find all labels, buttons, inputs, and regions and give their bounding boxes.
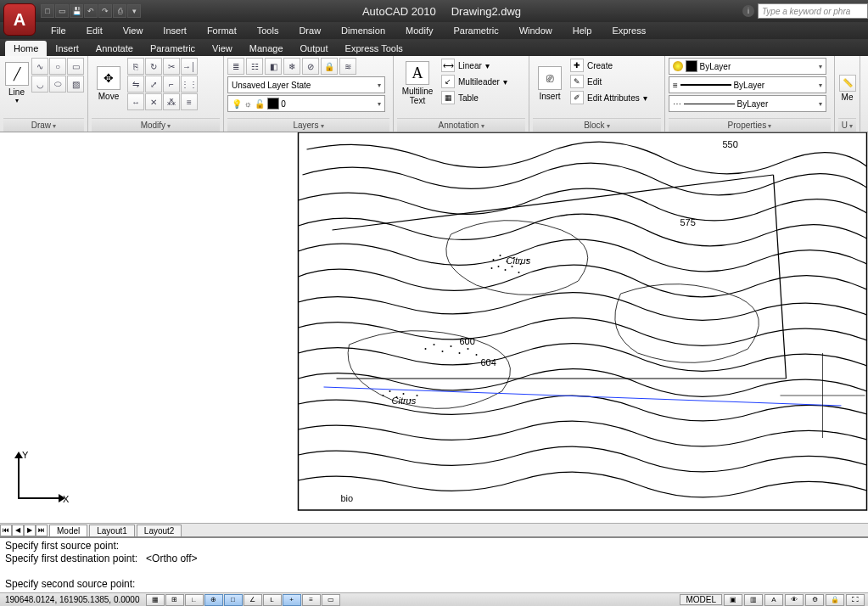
qat-save-icon[interactable]: 💾 <box>70 4 83 18</box>
tab-express-tools[interactable]: Express Tools <box>337 41 412 56</box>
panel-properties-title[interactable]: Properties <box>669 118 831 132</box>
layout-nav-first-icon[interactable]: ⏮ <box>0 525 12 536</box>
line-button[interactable]: ╱ Line ▾ <box>3 58 30 109</box>
layer-properties-icon[interactable]: ≣ <box>227 58 244 75</box>
qat-dropdown-icon[interactable]: ▾ <box>127 4 141 18</box>
osnap-toggle[interactable]: □ <box>224 594 243 606</box>
menu-help[interactable]: Help <box>563 24 602 37</box>
linetype-dropdown[interactable]: ⋯ ByLayer <box>669 95 826 112</box>
panel-modify-title[interactable]: Modify <box>92 118 220 132</box>
qat-print-icon[interactable]: ⎙ <box>113 4 126 18</box>
tab-annotate[interactable]: Annotate <box>87 41 142 56</box>
table-button[interactable]: ▦Table <box>440 90 509 105</box>
tab-parametric[interactable]: Parametric <box>142 41 204 56</box>
qat-new-icon[interactable]: □ <box>41 4 54 18</box>
polyline-icon[interactable]: ∿ <box>31 58 48 75</box>
panel-draw-title[interactable]: Draw <box>3 118 84 132</box>
arc-icon[interactable]: ◡ <box>31 76 48 93</box>
workspace-icon[interactable]: ⚙ <box>805 594 824 606</box>
menu-file[interactable]: File <box>41 24 76 37</box>
menu-edit[interactable]: Edit <box>76 24 113 37</box>
tab-manage[interactable]: Manage <box>241 41 292 56</box>
extend-icon[interactable]: →│ <box>181 58 198 75</box>
rectangle-icon[interactable]: ▭ <box>67 58 84 75</box>
qat-redo-icon[interactable]: ↷ <box>98 4 112 18</box>
mirror-icon[interactable]: ⇋ <box>127 76 144 93</box>
explode-icon[interactable]: ⁂ <box>163 93 180 110</box>
menu-parametric[interactable]: Parametric <box>443 24 508 37</box>
menu-express[interactable]: Express <box>602 24 656 37</box>
fillet-icon[interactable]: ⌐ <box>163 76 180 93</box>
quickview-layouts-icon[interactable]: ▣ <box>724 594 742 606</box>
tab-layout2[interactable]: Layout2 <box>137 525 182 536</box>
panel-utilities-title[interactable]: U <box>838 118 856 132</box>
clean-screen-icon[interactable]: ⛶ <box>846 594 865 606</box>
array-icon[interactable]: ⋮⋮ <box>181 76 198 93</box>
layer-dropdown[interactable]: 💡 ☼ 🔓 0 <box>227 95 385 112</box>
layer-lock-icon[interactable]: 🔒 <box>321 58 338 75</box>
layer-state-dropdown[interactable]: Unsaved Layer State <box>227 76 385 93</box>
annovis-icon[interactable]: 👁 <box>785 594 804 606</box>
drawing-canvas[interactable]: 550 575 600 604 Citrus Citrus bio Y X <box>0 132 868 523</box>
menu-view[interactable]: View <box>113 24 154 37</box>
annoscale-icon[interactable]: A <box>764 594 783 606</box>
layer-freeze-icon[interactable]: ❄ <box>283 58 300 75</box>
menu-draw[interactable]: Draw <box>288 24 331 37</box>
menu-insert[interactable]: Insert <box>153 24 197 37</box>
scale-icon[interactable]: ⤢ <box>145 76 162 93</box>
menu-modify[interactable]: Modify <box>395 24 443 37</box>
block-create-button[interactable]: ✚Create <box>568 58 649 73</box>
erase-icon[interactable]: ✕ <box>145 93 162 110</box>
ducs-toggle[interactable]: L <box>263 594 282 606</box>
mtext-button[interactable]: A Multiline Text <box>397 58 438 109</box>
ortho-toggle[interactable]: ∟ <box>185 594 204 606</box>
layer-states-icon[interactable]: ☷ <box>246 58 263 75</box>
panel-annotation-title[interactable]: Annotation <box>397 118 525 132</box>
lineweight-dropdown[interactable]: ≡ ByLayer <box>669 76 826 93</box>
command-line[interactable]: Specify first source point: Specify firs… <box>0 536 868 592</box>
tab-home[interactable]: Home <box>5 41 47 56</box>
tab-output[interactable]: Output <box>292 41 337 56</box>
search-input[interactable]: Type a keyword or phra <box>758 3 868 19</box>
coordinates-readout[interactable]: 190648.0124, 161905.1385, 0.0000 <box>0 595 145 604</box>
model-space-toggle[interactable]: MODEL <box>680 594 722 605</box>
menu-window[interactable]: Window <box>509 24 563 37</box>
layer-iso-icon[interactable]: ◧ <box>265 58 282 75</box>
layout-nav-last-icon[interactable]: ⏭ <box>36 525 48 536</box>
multileader-button[interactable]: ↙Multileader ▾ <box>440 74 509 89</box>
polar-toggle[interactable]: ⊕ <box>204 594 223 606</box>
block-editattr-button[interactable]: ✐Edit Attributes ▾ <box>568 90 649 105</box>
tab-model[interactable]: Model <box>49 525 87 536</box>
offset-icon[interactable]: ≡ <box>181 93 198 110</box>
line-dropdown-icon[interactable]: ▾ <box>15 97 19 104</box>
hatch-icon[interactable]: ▨ <box>67 76 84 93</box>
menu-format[interactable]: Format <box>197 24 247 37</box>
rotate-icon[interactable]: ↻ <box>145 58 162 75</box>
menu-tools[interactable]: Tools <box>247 24 289 37</box>
circle-icon[interactable]: ○ <box>49 58 66 75</box>
move-button[interactable]: ✥ Move <box>92 58 126 109</box>
qat-open-icon[interactable]: ▭ <box>55 4 69 18</box>
qp-toggle[interactable]: ▭ <box>322 594 340 606</box>
tab-layout1[interactable]: Layout1 <box>89 525 135 536</box>
menu-dimension[interactable]: Dimension <box>331 24 395 37</box>
layer-off-icon[interactable]: ⊘ <box>302 58 319 75</box>
stretch-icon[interactable]: ↔ <box>127 93 144 110</box>
otrack-toggle[interactable]: ∠ <box>244 594 262 606</box>
panel-block-title[interactable]: Block <box>533 118 661 132</box>
lwt-toggle[interactable]: ≡ <box>302 594 321 606</box>
dyn-toggle[interactable]: + <box>283 594 301 606</box>
toolbar-lock-icon[interactable]: 🔒 <box>826 594 844 606</box>
grid-toggle[interactable]: ⊞ <box>165 594 184 606</box>
app-menu-button[interactable]: A <box>3 3 36 36</box>
block-edit-button[interactable]: ✎Edit <box>568 74 649 89</box>
ellipse-icon[interactable]: ⬭ <box>49 76 66 93</box>
qat-undo-icon[interactable]: ↶ <box>84 4 98 18</box>
insert-block-button[interactable]: ⎚ Insert <box>533 58 567 109</box>
dim-linear-button[interactable]: ⟷Linear ▾ <box>440 58 509 73</box>
layout-nav-next-icon[interactable]: ▶ <box>24 525 36 536</box>
snap-toggle[interactable]: ▦ <box>146 594 165 606</box>
color-dropdown[interactable]: ByLayer <box>669 58 826 75</box>
trim-icon[interactable]: ✂ <box>163 58 180 75</box>
measure-icon[interactable]: 📏 <box>839 75 856 92</box>
